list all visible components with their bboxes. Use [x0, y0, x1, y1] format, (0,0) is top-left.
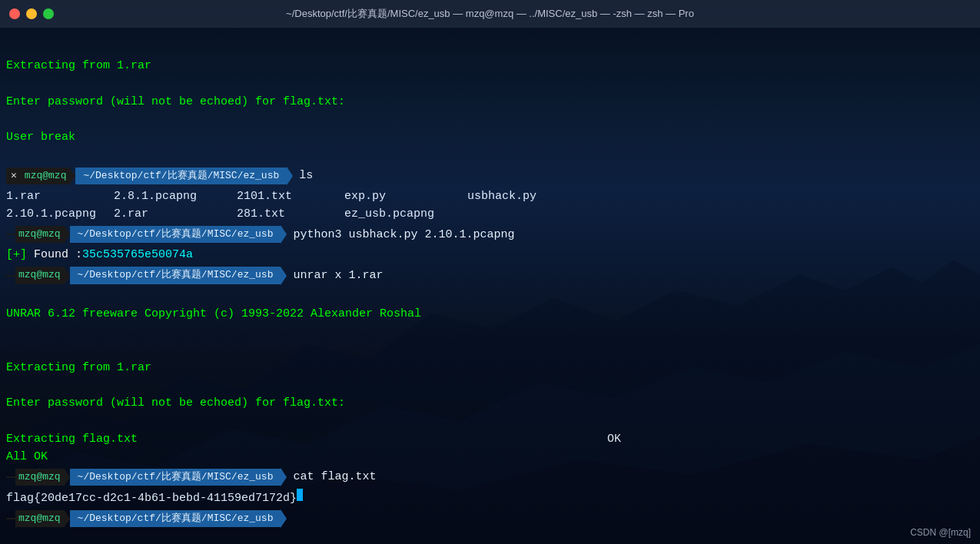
prompt-path-cat: ~/Desktop/ctf/比赛真题/MISC/ez_usb	[70, 469, 281, 486]
prompt-username-cat: mzq@mzq	[15, 469, 64, 486]
prompt-final: mzq@mzq ~/Desktop/ctf/比赛真题/MISC/ez_usb	[6, 509, 974, 528]
cmd-unrar: unrar x 1.rar	[293, 267, 383, 284]
line-user-break: User break	[6, 128, 974, 146]
text-ok: OK	[607, 430, 621, 448]
prompt-icon-unrar	[6, 275, 15, 277]
spacer	[6, 111, 974, 128]
file-list-1: 1.rar 2.8.1.pcapng 2101.txt exp.py usbha…	[6, 187, 974, 205]
text-user-break: User break	[6, 128, 75, 146]
spacer	[6, 412, 974, 430]
prompt-ls: ✕ mzq@mzq ~/Desktop/ctf/比赛真题/MISC/ez_usb…	[6, 167, 974, 185]
found-label: Found :	[27, 246, 82, 264]
bracket-open: [	[6, 246, 13, 264]
prompt-icon-ls: ✕	[6, 168, 22, 184]
title-bar: ~/Desktop/ctf/比赛真题/MISC/ez_usb — mzq@mzq…	[0, 0, 980, 28]
spacer	[6, 340, 974, 358]
text-extracting-flagtxt: Extracting flag.txt	[6, 430, 138, 448]
text-unrar-copyright: UNRAR 6.12 freeware Copyright (c) 1993-2…	[6, 305, 421, 323]
spacer	[6, 376, 974, 394]
watermark: CSDN @[mzq]	[910, 527, 971, 538]
prompt-python3: mzq@mzq ~/Desktop/ctf/比赛真题/MISC/ez_usb p…	[6, 225, 974, 244]
prompt-sep1-cat	[64, 468, 70, 486]
spacer	[6, 323, 974, 340]
prompt-path-ls: ~/Desktop/ctf/比赛真题/MISC/ez_usb	[75, 168, 287, 184]
file-1rar: 1.rar	[6, 187, 114, 205]
spacer	[6, 287, 974, 305]
prompt-icon-python	[6, 234, 15, 235]
prompt-sep1-ls	[69, 167, 75, 185]
prompt-path-final: ~/Desktop/ctf/比赛真题/MISC/ez_usb	[70, 510, 281, 527]
cmd-cat: cat flag.txt	[293, 468, 376, 486]
found-value: 35c535765e50074a	[82, 246, 193, 264]
prompt-path-python: ~/Desktop/ctf/比赛真题/MISC/ez_usb	[70, 226, 281, 243]
prompt-sep2-ls	[287, 167, 293, 185]
file-list-2: 2.10.1.pcapng 2.rar 281.txt ez_usb.pcapn…	[6, 205, 974, 223]
cmd-ls: ls	[299, 167, 313, 184]
cmd-python: python3 usbhack.py 2.10.1.pcapng	[293, 226, 514, 244]
prompt-sep2-unrar	[281, 267, 287, 285]
terminal-window: ~/Desktop/ctf/比赛真题/MISC/ez_usb — mzq@mzq…	[0, 0, 980, 544]
file-2101txt: 2101.txt	[237, 187, 344, 205]
file-2rar: 2.rar	[114, 205, 237, 223]
prompt-path-unrar: ~/Desktop/ctf/比赛真题/MISC/ez_usb	[70, 267, 281, 284]
text-enter-password: Enter password (will not be echoed) for …	[6, 93, 345, 111]
file-2101pcapng: 2.10.1.pcapng	[6, 205, 114, 223]
text-enter-password-2: Enter password (will not be echoed) for …	[6, 394, 345, 412]
found-line: [ + ] Found : 35c535765e50074a	[6, 246, 974, 264]
prompt-sep1-final	[64, 509, 70, 528]
prompt-sep2-python	[281, 225, 287, 244]
prompt-cat: mzq@mzq ~/Desktop/ctf/比赛真题/MISC/ez_usb c…	[6, 468, 974, 486]
file-ezusbpcapng: ez_usb.pcapng	[344, 205, 434, 223]
prompt-icon-cat	[6, 476, 15, 478]
prompt-sep2-cat	[281, 468, 287, 486]
line-extracting-flagtxt: Extracting flag.txt OK	[6, 430, 621, 448]
window-title: ~/Desktop/ctf/比赛真题/MISC/ez_usb — mzq@mzq…	[286, 7, 694, 21]
line-enter-password-1: Enter password (will not be echoed) for …	[6, 93, 974, 111]
file-exppy: exp.py	[344, 187, 467, 205]
prompt-unrar: mzq@mzq ~/Desktop/ctf/比赛真题/MISC/ez_usb u…	[6, 267, 974, 285]
spacer	[6, 75, 974, 93]
text-extracting-from-2: Extracting from 1.rar	[6, 359, 151, 376]
line-extracting-1: Extracting from 1.rar	[6, 57, 974, 75]
text-extracting-from: Extracting from 1.rar	[6, 57, 151, 75]
prompt-sep1-unrar	[64, 267, 70, 285]
prompt-icon-final	[6, 518, 15, 519]
file-usbhackpy: usbhack.py	[467, 187, 537, 205]
prompt-sep1-python	[64, 225, 70, 244]
file-281pcapng: 2.8.1.pcapng	[114, 187, 237, 205]
line-unrar-copyright: UNRAR 6.12 freeware Copyright (c) 1993-2…	[6, 305, 974, 323]
maximize-button[interactable]	[43, 8, 54, 19]
found-plus: +	[13, 246, 20, 264]
bracket-close: ]	[20, 246, 27, 264]
text-all-ok: All OK	[6, 448, 48, 466]
line-all-ok: All OK	[6, 448, 974, 466]
prompt-sep2-final	[281, 509, 287, 528]
traffic-lights	[9, 8, 54, 19]
terminal-content: Extracting from 1.rar Enter password (wi…	[0, 28, 980, 536]
prompt-username-unrar: mzq@mzq	[15, 267, 64, 284]
prompt-username-final: mzq@mzq	[15, 510, 64, 527]
spacer	[6, 39, 974, 57]
file-281txt: 281.txt	[237, 205, 344, 223]
spacer	[6, 147, 974, 164]
minimize-button[interactable]	[26, 8, 37, 19]
line-flag-output: flag{20de17cc-d2c1-4b61-bebd-41159ed7172…	[6, 489, 974, 507]
cursor	[297, 489, 303, 501]
prompt-username-ls: mzq@mzq	[22, 168, 70, 184]
close-button[interactable]	[9, 8, 20, 19]
flag-text: flag{20de17cc-d2c1-4b61-bebd-41159ed7172…	[6, 489, 297, 507]
line-enter-password-2: Enter password (will not be echoed) for …	[6, 394, 974, 412]
prompt-username-python: mzq@mzq	[15, 226, 64, 243]
line-extracting-2: Extracting from 1.rar	[6, 359, 974, 376]
